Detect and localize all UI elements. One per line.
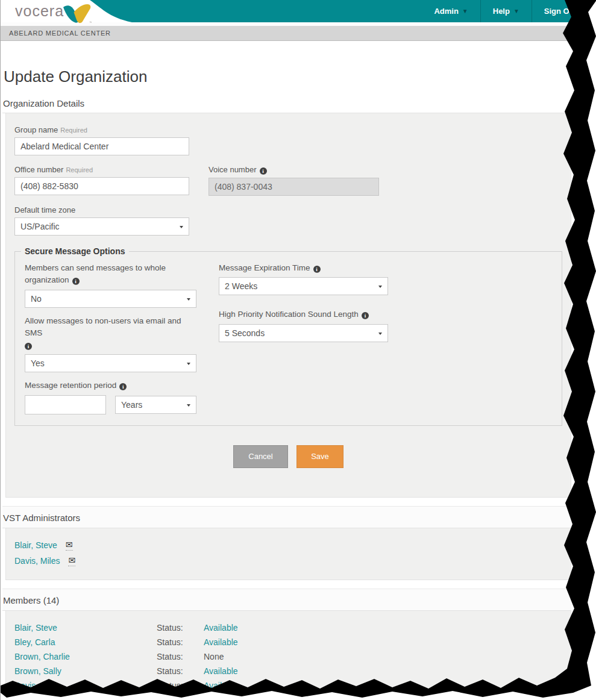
required-tag: Required	[60, 127, 87, 134]
top-header-bar: vocera ™ Admin Help Sign Out	[1, 0, 596, 22]
message-expiration-field: Message Expiration Time 2 Weeks	[219, 262, 388, 295]
email-icon[interactable]	[66, 540, 73, 551]
members-whole-org-field: Members can send messages to whole organ…	[25, 262, 201, 308]
top-menu: Admin Help Sign Out	[422, 0, 589, 22]
member-status-link[interactable]: Available	[204, 681, 238, 690]
message-expiration-label-text: Message Expiration Time	[219, 263, 310, 272]
status-label: Status:	[157, 681, 204, 690]
member-status-link[interactable]: Available	[204, 695, 238, 700]
menu-sign-out[interactable]: Sign Out	[532, 0, 589, 22]
message-expiration-label: Message Expiration Time	[219, 262, 388, 274]
secure-message-options-legend: Secure Message Options	[21, 246, 129, 256]
admin-row: Davis, Miles	[14, 556, 562, 566]
default-time-zone-select[interactable]: US/Pacific	[14, 217, 189, 236]
member-link[interactable]: Blair, Steve	[14, 623, 157, 633]
page-title: Update Organization	[4, 67, 571, 86]
allow-non-users-field: Allow messages to non-users via email an…	[25, 315, 201, 373]
office-number-label-text: Office number	[14, 165, 63, 174]
members-whole-org-value: No	[31, 294, 42, 304]
info-icon[interactable]	[362, 312, 369, 319]
message-expiration-value: 2 Weeks	[225, 281, 257, 291]
retention-label: Message retention period	[25, 380, 201, 392]
member-status-link[interactable]: Available	[204, 623, 238, 633]
voice-number-label-text: Voice number	[209, 165, 257, 174]
allow-non-users-label-text: Allow messages to non-users via email an…	[25, 316, 181, 337]
default-time-zone-value: US/Pacific	[20, 222, 60, 231]
member-link[interactable]: Marie, Rose	[14, 695, 157, 700]
member-status-text: None	[204, 652, 224, 661]
allow-non-users-label: Allow messages to non-users via email an…	[25, 315, 201, 352]
info-icon[interactable]	[119, 383, 127, 390]
voice-number-field: Voice number	[209, 165, 379, 196]
member-row: Marie, Rose Status: Available	[14, 695, 562, 700]
group-name-label-text: Group name	[14, 125, 58, 134]
secure-message-options-fieldset: Secure Message Options Members can send …	[14, 246, 562, 426]
info-icon[interactable]	[313, 266, 321, 273]
admin-link[interactable]: Blair, Steve	[14, 540, 57, 550]
member-row: Brown, Sally Status: Available	[14, 666, 562, 676]
status-label: Status:	[157, 623, 204, 633]
chevron-down-icon	[462, 8, 468, 14]
required-tag: Required	[66, 166, 93, 173]
default-time-zone-label: Default time zone	[14, 205, 562, 214]
vocera-logo[interactable]: vocera ™	[15, 3, 92, 24]
cancel-button[interactable]: Cancel	[233, 445, 288, 468]
email-icon[interactable]	[68, 556, 75, 566]
member-link[interactable]: Davis, Miles	[14, 681, 157, 690]
main-content: Update Organization Organization Details…	[1, 67, 571, 700]
save-button[interactable]: Save	[296, 445, 343, 468]
status-label: Status:	[157, 666, 204, 676]
retention-unit-select[interactable]: Years	[115, 396, 196, 414]
member-status-link[interactable]: Available	[204, 666, 238, 676]
admin-link[interactable]: Davis, Miles	[14, 556, 60, 566]
menu-help[interactable]: Help	[480, 0, 532, 22]
member-link[interactable]: Brown, Charlie	[14, 652, 157, 661]
admin-row: Blair, Steve	[14, 540, 562, 551]
retention-field: Message retention period Years	[25, 380, 201, 414]
high-priority-sound-select[interactable]: 5 Seconds	[219, 324, 388, 342]
org-details-panel: Group nameRequired Office numberRequired…	[5, 113, 571, 498]
svg-text:™: ™	[89, 20, 92, 24]
default-time-zone-field: Default time zone US/Pacific	[14, 205, 562, 236]
message-expiration-select[interactable]: 2 Weeks	[219, 277, 388, 295]
member-row: Brown, Charlie Status: None	[14, 652, 562, 661]
vst-admins-heading: VST Administrators	[2, 506, 571, 528]
members-heading: Members (14)	[2, 589, 571, 611]
member-link[interactable]: Bley, Carla	[14, 637, 157, 647]
info-icon[interactable]	[25, 343, 32, 350]
status-label: Status:	[157, 652, 204, 661]
member-link[interactable]: Brown, Sally	[14, 666, 157, 676]
info-icon[interactable]	[260, 167, 267, 175]
voice-number-label: Voice number	[209, 165, 379, 175]
members-panel: Blair, Steve Status: Available Bley, Car…	[5, 611, 571, 700]
group-name-input[interactable]	[14, 137, 189, 155]
menu-admin[interactable]: Admin	[422, 0, 480, 22]
status-label: Status:	[157, 695, 204, 700]
members-whole-org-label-text: Members can send messages to whole organ…	[25, 263, 166, 284]
group-name-field: Group nameRequired	[14, 125, 562, 155]
breadcrumb-bar: ABELARD MEDICAL CENTER	[1, 26, 596, 41]
office-number-label: Office numberRequired	[14, 165, 189, 174]
high-priority-sound-label-text: High Priority Notification Sound Length	[219, 310, 359, 319]
retention-label-text: Message retention period	[25, 381, 116, 390]
chevron-down-icon	[513, 8, 519, 14]
group-name-label: Group nameRequired	[14, 125, 562, 134]
breadcrumb: ABELARD MEDICAL CENTER	[9, 30, 111, 37]
allow-non-users-select[interactable]: Yes	[25, 354, 196, 372]
vocera-logo-v-icon: ™	[63, 4, 92, 24]
info-icon[interactable]	[72, 278, 80, 285]
office-number-input[interactable]	[14, 177, 189, 195]
allow-non-users-value: Yes	[31, 358, 45, 368]
high-priority-sound-label: High Priority Notification Sound Length	[219, 308, 388, 320]
office-number-field: Office numberRequired	[14, 165, 189, 196]
members-whole-org-label: Members can send messages to whole organ…	[25, 262, 201, 287]
vst-admins-panel: Blair, Steve Davis, Miles	[5, 528, 571, 580]
retention-value-input[interactable]	[25, 395, 106, 414]
member-status-link[interactable]: Available	[204, 637, 238, 647]
voice-number-input-disabled	[209, 178, 379, 196]
org-details-heading: Organization Details	[2, 93, 571, 113]
vocera-admin-window: vocera ™ Admin Help Sign Out ABELARD MED…	[0, 0, 596, 700]
members-whole-org-select[interactable]: No	[25, 290, 196, 308]
high-priority-sound-field: High Priority Notification Sound Length …	[219, 308, 388, 342]
member-row: Davis, Miles Status: Available	[14, 681, 562, 690]
